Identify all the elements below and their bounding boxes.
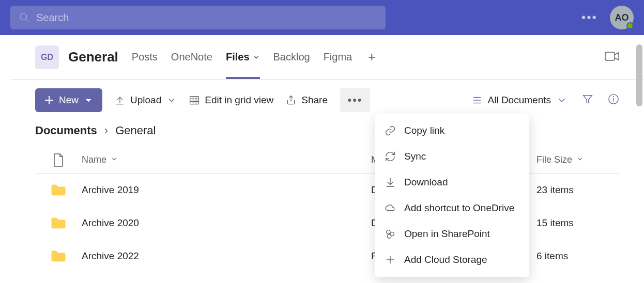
menu-add-cloud[interactable]: Add Cloud Storage	[375, 247, 529, 273]
table-row[interactable]: Archive 2020 December 15 items	[35, 207, 619, 240]
upload-label: Upload	[130, 95, 161, 106]
tab-figma[interactable]: Figma	[324, 35, 352, 79]
edit-grid-label: Edit in grid view	[205, 95, 273, 106]
filter-icon	[582, 93, 593, 105]
chevron-down-icon	[84, 96, 93, 105]
tab-files[interactable]: Files	[226, 35, 260, 79]
folder-icon	[51, 217, 66, 229]
column-name-label: Name	[82, 154, 106, 165]
download-icon	[385, 177, 396, 188]
column-size[interactable]: File Size	[536, 154, 619, 165]
tab-files-label: Files	[226, 51, 250, 63]
plus-icon	[385, 254, 396, 265]
menu-add-shortcut[interactable]: Add shortcut to OneDrive	[375, 195, 529, 221]
new-button[interactable]: New	[35, 88, 102, 112]
svg-point-14	[614, 97, 614, 97]
menu-open-sharepoint[interactable]: Open in SharePoint	[375, 221, 529, 247]
sharepoint-icon	[385, 228, 396, 240]
table-row[interactable]: Archive 2019 December 23 items	[35, 174, 619, 207]
filter-button[interactable]	[582, 93, 593, 107]
info-button[interactable]	[608, 93, 619, 107]
onedrive-icon	[385, 202, 396, 214]
svg-marker-11	[584, 96, 592, 103]
table-header: Name Modified File Size	[35, 147, 619, 174]
row-size: 15 items	[536, 217, 619, 229]
share-button[interactable]: Share	[286, 95, 328, 106]
plus-icon	[44, 96, 54, 105]
view-selector-button[interactable]: All Documents	[471, 95, 568, 106]
search-box[interactable]	[10, 6, 386, 29]
channel-header: GD General Posts OneNote Files Backlog F…	[10, 35, 644, 80]
new-label: New	[59, 95, 79, 106]
row-size: 23 items	[536, 184, 619, 196]
menu-label: Add Cloud Storage	[404, 254, 487, 265]
top-bar: ••• AO	[0, 0, 644, 35]
folder-icon	[51, 250, 66, 262]
link-icon	[385, 125, 396, 136]
list-icon	[471, 95, 483, 106]
channel-icon: GD	[35, 45, 59, 69]
files-table: Name Modified File Size Archive 2019 Dec…	[0, 147, 644, 273]
svg-rect-2	[605, 52, 615, 60]
search-icon	[19, 12, 30, 23]
svg-point-0	[20, 13, 27, 20]
menu-label: Sync	[404, 151, 426, 162]
svg-line-1	[26, 19, 29, 22]
menu-label: Download	[404, 177, 448, 188]
breadcrumb: Documents › General	[0, 118, 644, 147]
svg-point-17	[388, 234, 391, 238]
column-name[interactable]: Name	[82, 154, 371, 165]
menu-label: Copy link	[404, 125, 444, 136]
add-tab-button[interactable]: +	[365, 51, 378, 64]
context-menu: Copy link Sync Download Add shortcut to …	[375, 114, 529, 277]
breadcrumb-current: General	[115, 124, 156, 137]
avatar-initials: AO	[615, 12, 629, 23]
share-label: Share	[301, 95, 328, 106]
chevron-down-icon	[253, 54, 260, 61]
tab-backlog[interactable]: Backlog	[273, 35, 310, 79]
row-name: Archive 2020	[82, 217, 371, 229]
column-size-label: File Size	[536, 154, 572, 165]
row-name: Archive 2022	[82, 250, 371, 262]
menu-sync[interactable]: Sync	[375, 144, 529, 169]
channel-name: General	[68, 49, 118, 65]
menu-label: Add shortcut to OneDrive	[404, 202, 514, 214]
svg-rect-3	[190, 97, 199, 104]
chevron-down-icon	[556, 95, 568, 106]
presence-available-icon	[626, 22, 634, 29]
info-icon	[608, 93, 619, 105]
share-icon	[286, 95, 296, 105]
sync-icon	[385, 151, 396, 162]
row-size: 6 items	[536, 250, 619, 262]
tab-posts[interactable]: Posts	[132, 35, 158, 79]
chevron-down-icon	[111, 155, 118, 163]
tab-onenote[interactable]: OneNote	[171, 35, 212, 79]
svg-point-15	[387, 230, 390, 234]
table-row[interactable]: Archive 2022 February 6 items	[35, 240, 619, 273]
more-icon[interactable]: •••	[581, 10, 597, 25]
folder-icon	[51, 184, 66, 196]
avatar[interactable]: AO	[610, 6, 634, 29]
video-icon	[605, 51, 619, 62]
more-actions-button[interactable]: •••	[340, 88, 370, 112]
menu-copy-link[interactable]: Copy link	[375, 118, 529, 144]
scrollbar[interactable]	[636, 44, 642, 106]
chevron-down-icon	[576, 155, 584, 163]
edit-grid-button[interactable]: Edit in grid view	[189, 95, 273, 106]
search-input[interactable]	[36, 12, 377, 24]
chevron-down-icon	[166, 95, 177, 105]
menu-label: Open in SharePoint	[404, 228, 490, 240]
menu-download[interactable]: Download	[375, 169, 529, 195]
upload-button[interactable]: Upload	[115, 95, 177, 106]
view-label: All Documents	[488, 95, 551, 106]
grid-icon	[189, 95, 200, 105]
upload-icon	[115, 95, 125, 105]
breadcrumb-root[interactable]: Documents	[35, 124, 97, 137]
file-type-icon	[52, 153, 65, 167]
row-name: Archive 2019	[82, 184, 371, 196]
chevron-right-icon: ›	[104, 124, 108, 137]
meet-button[interactable]	[605, 51, 619, 64]
files-toolbar: New Upload Edit in grid view Share ••• A…	[0, 83, 644, 118]
